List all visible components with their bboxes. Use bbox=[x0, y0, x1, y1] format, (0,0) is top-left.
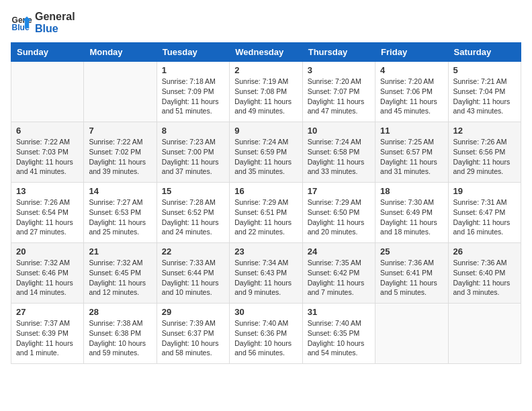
cell-content: Sunrise: 7:34 AM Sunset: 6:43 PM Dayligh… bbox=[234, 258, 297, 298]
calendar-cell: 19Sunrise: 7:31 AM Sunset: 6:47 PM Dayli… bbox=[448, 183, 521, 243]
calendar-cell: 30Sunrise: 7:40 AM Sunset: 6:36 PM Dayli… bbox=[230, 304, 302, 364]
calendar-cell: 11Sunrise: 7:25 AM Sunset: 6:57 PM Dayli… bbox=[375, 122, 448, 183]
weekday-header: Wednesday bbox=[230, 43, 302, 62]
calendar-cell: 14Sunrise: 7:27 AM Sunset: 6:53 PM Dayli… bbox=[84, 183, 157, 243]
day-number: 21 bbox=[89, 246, 151, 257]
cell-content: Sunrise: 7:32 AM Sunset: 6:46 PM Dayligh… bbox=[16, 258, 79, 298]
calendar-table: SundayMondayTuesdayWednesdayThursdayFrid… bbox=[11, 42, 521, 364]
day-number: 5 bbox=[453, 65, 516, 75]
calendar-cell: 26Sunrise: 7:36 AM Sunset: 6:40 PM Dayli… bbox=[448, 243, 521, 304]
calendar-cell: 29Sunrise: 7:39 AM Sunset: 6:37 PM Dayli… bbox=[157, 304, 229, 364]
calendar-week-row: 27Sunrise: 7:37 AM Sunset: 6:39 PM Dayli… bbox=[11, 304, 521, 364]
calendar-week-row: 1Sunrise: 7:18 AM Sunset: 7:09 PM Daylig… bbox=[11, 62, 521, 122]
weekday-header: Thursday bbox=[302, 43, 375, 62]
cell-content: Sunrise: 7:19 AM Sunset: 7:08 PM Dayligh… bbox=[234, 77, 297, 116]
calendar-cell: 25Sunrise: 7:36 AM Sunset: 6:41 PM Dayli… bbox=[375, 243, 448, 304]
cell-content: Sunrise: 7:26 AM Sunset: 6:54 PM Dayligh… bbox=[16, 197, 79, 237]
day-number: 15 bbox=[162, 186, 224, 196]
day-number: 13 bbox=[16, 186, 79, 196]
day-number: 17 bbox=[308, 186, 370, 196]
logo: General Blue General Blue bbox=[11, 11, 75, 34]
day-number: 28 bbox=[89, 307, 151, 317]
calendar-cell: 12Sunrise: 7:26 AM Sunset: 6:56 PM Dayli… bbox=[448, 122, 521, 183]
day-number: 18 bbox=[380, 186, 443, 196]
cell-content: Sunrise: 7:39 AM Sunset: 6:37 PM Dayligh… bbox=[162, 318, 224, 358]
calendar-header-row: SundayMondayTuesdayWednesdayThursdayFrid… bbox=[11, 43, 521, 62]
day-number: 9 bbox=[234, 126, 297, 136]
calendar-week-row: 6Sunrise: 7:22 AM Sunset: 7:03 PM Daylig… bbox=[11, 122, 521, 183]
calendar-cell bbox=[448, 304, 521, 364]
calendar-week-row: 13Sunrise: 7:26 AM Sunset: 6:54 PM Dayli… bbox=[11, 183, 521, 243]
cell-content: Sunrise: 7:22 AM Sunset: 7:03 PM Dayligh… bbox=[16, 137, 79, 177]
cell-content: Sunrise: 7:31 AM Sunset: 6:47 PM Dayligh… bbox=[453, 197, 516, 237]
calendar-cell: 18Sunrise: 7:30 AM Sunset: 6:49 PM Dayli… bbox=[375, 183, 448, 243]
day-number: 6 bbox=[16, 126, 79, 136]
calendar-cell: 2Sunrise: 7:19 AM Sunset: 7:08 PM Daylig… bbox=[230, 62, 302, 122]
calendar-cell: 10Sunrise: 7:24 AM Sunset: 6:58 PM Dayli… bbox=[302, 122, 375, 183]
weekday-header: Sunday bbox=[11, 43, 84, 62]
cell-content: Sunrise: 7:29 AM Sunset: 6:50 PM Dayligh… bbox=[308, 197, 370, 237]
calendar-cell: 20Sunrise: 7:32 AM Sunset: 6:46 PM Dayli… bbox=[11, 243, 84, 304]
calendar-cell: 4Sunrise: 7:20 AM Sunset: 7:06 PM Daylig… bbox=[375, 62, 448, 122]
cell-content: Sunrise: 7:23 AM Sunset: 7:00 PM Dayligh… bbox=[162, 137, 224, 177]
calendar-cell bbox=[375, 304, 448, 364]
cell-content: Sunrise: 7:40 AM Sunset: 6:36 PM Dayligh… bbox=[234, 318, 297, 358]
calendar-cell: 17Sunrise: 7:29 AM Sunset: 6:50 PM Dayli… bbox=[302, 183, 375, 243]
cell-content: Sunrise: 7:33 AM Sunset: 6:44 PM Dayligh… bbox=[162, 258, 224, 298]
calendar-cell: 27Sunrise: 7:37 AM Sunset: 6:39 PM Dayli… bbox=[11, 304, 84, 364]
cell-content: Sunrise: 7:29 AM Sunset: 6:51 PM Dayligh… bbox=[234, 197, 297, 237]
calendar-cell bbox=[11, 62, 84, 122]
calendar-cell: 31Sunrise: 7:40 AM Sunset: 6:35 PM Dayli… bbox=[302, 304, 375, 364]
logo-general: General bbox=[35, 11, 75, 23]
day-number: 29 bbox=[162, 307, 224, 317]
calendar-cell bbox=[84, 62, 157, 122]
cell-content: Sunrise: 7:25 AM Sunset: 6:57 PM Dayligh… bbox=[380, 137, 443, 177]
calendar-cell: 6Sunrise: 7:22 AM Sunset: 7:03 PM Daylig… bbox=[11, 122, 84, 183]
cell-content: Sunrise: 7:28 AM Sunset: 6:52 PM Dayligh… bbox=[162, 197, 224, 237]
day-number: 8 bbox=[162, 126, 224, 136]
cell-content: Sunrise: 7:36 AM Sunset: 6:40 PM Dayligh… bbox=[453, 258, 516, 298]
day-number: 14 bbox=[89, 186, 151, 196]
day-number: 26 bbox=[453, 246, 516, 257]
cell-content: Sunrise: 7:24 AM Sunset: 6:59 PM Dayligh… bbox=[234, 137, 297, 177]
day-number: 3 bbox=[308, 65, 370, 75]
cell-content: Sunrise: 7:32 AM Sunset: 6:45 PM Dayligh… bbox=[89, 258, 151, 298]
day-number: 20 bbox=[16, 246, 79, 257]
calendar-cell: 23Sunrise: 7:34 AM Sunset: 6:43 PM Dayli… bbox=[230, 243, 302, 304]
calendar-cell: 28Sunrise: 7:38 AM Sunset: 6:38 PM Dayli… bbox=[84, 304, 157, 364]
day-number: 10 bbox=[308, 126, 370, 136]
cell-content: Sunrise: 7:20 AM Sunset: 7:07 PM Dayligh… bbox=[308, 77, 370, 116]
day-number: 4 bbox=[380, 65, 443, 75]
cell-content: Sunrise: 7:37 AM Sunset: 6:39 PM Dayligh… bbox=[16, 318, 79, 358]
weekday-header: Friday bbox=[375, 43, 448, 62]
day-number: 24 bbox=[308, 246, 370, 257]
logo-icon: General Blue bbox=[11, 12, 32, 34]
calendar-cell: 24Sunrise: 7:35 AM Sunset: 6:42 PM Dayli… bbox=[302, 243, 375, 304]
day-number: 16 bbox=[234, 186, 297, 196]
cell-content: Sunrise: 7:27 AM Sunset: 6:53 PM Dayligh… bbox=[89, 197, 151, 237]
cell-content: Sunrise: 7:36 AM Sunset: 6:41 PM Dayligh… bbox=[380, 258, 443, 298]
day-number: 22 bbox=[162, 246, 224, 257]
day-number: 31 bbox=[308, 307, 370, 317]
calendar-cell: 5Sunrise: 7:21 AM Sunset: 7:04 PM Daylig… bbox=[448, 62, 521, 122]
page-header: General Blue General Blue bbox=[11, 11, 521, 34]
cell-content: Sunrise: 7:26 AM Sunset: 6:56 PM Dayligh… bbox=[453, 137, 516, 177]
calendar-cell: 22Sunrise: 7:33 AM Sunset: 6:44 PM Dayli… bbox=[157, 243, 229, 304]
cell-content: Sunrise: 7:40 AM Sunset: 6:35 PM Dayligh… bbox=[308, 318, 370, 358]
cell-content: Sunrise: 7:30 AM Sunset: 6:49 PM Dayligh… bbox=[380, 197, 443, 237]
weekday-header: Tuesday bbox=[157, 43, 229, 62]
day-number: 7 bbox=[89, 126, 151, 136]
day-number: 19 bbox=[453, 186, 516, 196]
cell-content: Sunrise: 7:24 AM Sunset: 6:58 PM Dayligh… bbox=[308, 137, 370, 177]
cell-content: Sunrise: 7:35 AM Sunset: 6:42 PM Dayligh… bbox=[308, 258, 370, 298]
cell-content: Sunrise: 7:20 AM Sunset: 7:06 PM Dayligh… bbox=[380, 77, 443, 116]
calendar-cell: 16Sunrise: 7:29 AM Sunset: 6:51 PM Dayli… bbox=[230, 183, 302, 243]
calendar-cell: 21Sunrise: 7:32 AM Sunset: 6:45 PM Dayli… bbox=[84, 243, 157, 304]
calendar-week-row: 20Sunrise: 7:32 AM Sunset: 6:46 PM Dayli… bbox=[11, 243, 521, 304]
calendar-cell: 7Sunrise: 7:22 AM Sunset: 7:02 PM Daylig… bbox=[84, 122, 157, 183]
cell-content: Sunrise: 7:21 AM Sunset: 7:04 PM Dayligh… bbox=[453, 77, 516, 116]
calendar-cell: 9Sunrise: 7:24 AM Sunset: 6:59 PM Daylig… bbox=[230, 122, 302, 183]
day-number: 27 bbox=[16, 307, 79, 317]
weekday-header: Monday bbox=[84, 43, 157, 62]
cell-content: Sunrise: 7:38 AM Sunset: 6:38 PM Dayligh… bbox=[89, 318, 151, 358]
